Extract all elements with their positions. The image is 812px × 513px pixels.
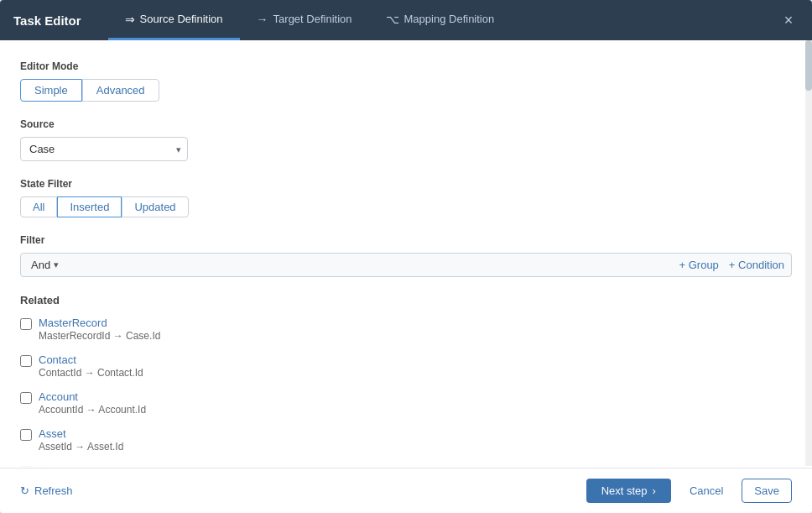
next-step-arrow-icon: › (653, 484, 656, 497)
list-item: Parent ParentId → Case.Id (20, 464, 792, 468)
modal-footer: ↻ Refresh Next step › Cancel Save (0, 468, 812, 513)
next-step-label: Next step (601, 484, 648, 497)
editor-mode-label: Editor Mode (20, 60, 792, 72)
source-label: Source (20, 118, 792, 130)
scrollbar-track[interactable] (805, 40, 812, 466)
related-title: Related (20, 294, 792, 306)
account-checkbox[interactable] (20, 392, 32, 404)
tab-target-definition[interactable]: → Target Definition (240, 0, 369, 40)
modal-body: Editor Mode Simple Advanced Source Case … (0, 40, 812, 468)
next-step-button[interactable]: Next step › (586, 479, 671, 503)
save-button[interactable]: Save (742, 479, 792, 503)
state-inserted-button[interactable]: Inserted (57, 196, 122, 217)
footer-right: Next step › Cancel Save (586, 479, 792, 503)
list-item: MasterRecord MasterRecordId → Case.Id (20, 317, 792, 342)
asset-name: Asset (39, 427, 123, 440)
filter-section: Filter And ▾ + Group + Condition (20, 234, 792, 277)
scrollbar-thumb[interactable] (805, 40, 812, 91)
filter-operator[interactable]: And ▾ (28, 257, 62, 273)
state-updated-button[interactable]: Updated (122, 196, 188, 217)
tab-source-definition[interactable]: ⇒ Source Definition (108, 0, 240, 40)
modal-header: Task Editor ⇒ Source Definition → Target… (0, 0, 812, 40)
mapping-definition-icon: ⌥ (386, 13, 399, 26)
master-record-id: MasterRecordId → Case.Id (39, 330, 160, 342)
modal-title: Task Editor (13, 13, 81, 28)
tab-target-definition-label: Target Definition (273, 13, 352, 25)
header-tabs: ⇒ Source Definition → Target Definition … (108, 0, 778, 40)
list-item: Asset AssetId → Asset.Id (20, 427, 792, 453)
list-item: Account AccountId → Account.Id (20, 390, 792, 416)
contact-name: Contact (39, 353, 143, 366)
filter-label: Filter (20, 234, 792, 246)
filter-actions: + Group + Condition (679, 259, 784, 271)
related-section: Related MasterRecord MasterRecordId → Ca… (20, 294, 792, 468)
task-editor-modal: Task Editor ⇒ Source Definition → Target… (0, 0, 812, 513)
tab-mapping-definition[interactable]: ⌥ Mapping Definition (369, 0, 512, 40)
source-select[interactable]: Case Contact Account Lead (20, 137, 188, 161)
account-id: AccountId → Account.Id (39, 404, 146, 416)
refresh-icon: ↻ (20, 484, 29, 497)
refresh-label: Refresh (34, 484, 73, 497)
cancel-button[interactable]: Cancel (679, 479, 733, 502)
state-all-button[interactable]: All (20, 196, 57, 217)
source-section: Source Case Contact Account Lead ▾ (20, 118, 792, 161)
contact-checkbox[interactable] (20, 355, 32, 367)
editor-mode-group: Simple Advanced (20, 79, 792, 102)
source-definition-icon: ⇒ (125, 13, 135, 26)
tab-source-definition-label: Source Definition (140, 13, 223, 25)
simple-mode-button[interactable]: Simple (20, 79, 82, 102)
master-record-name: MasterRecord (39, 317, 160, 329)
master-record-checkbox[interactable] (20, 318, 32, 330)
account-name: Account (39, 390, 146, 403)
refresh-button[interactable]: ↻ Refresh (20, 484, 73, 497)
target-definition-icon: → (257, 13, 268, 26)
filter-row: And ▾ + Group + Condition (20, 253, 792, 277)
parent-name: Parent (39, 464, 127, 468)
asset-checkbox[interactable] (20, 429, 32, 441)
add-condition-button[interactable]: + Condition (729, 259, 784, 271)
advanced-mode-button[interactable]: Advanced (82, 79, 159, 102)
filter-operator-arrow: ▾ (54, 259, 59, 270)
filter-operator-text: And (31, 259, 50, 271)
state-filter-section: State Filter All Inserted Updated (20, 178, 792, 217)
add-group-button[interactable]: + Group (679, 259, 719, 271)
asset-id: AssetId → Asset.Id (39, 441, 123, 453)
close-button[interactable]: × (778, 10, 799, 30)
tab-mapping-definition-label: Mapping Definition (404, 13, 495, 25)
source-select-wrapper: Case Contact Account Lead ▾ (20, 137, 188, 161)
list-item: Contact ContactId → Contact.Id (20, 353, 792, 379)
state-filter-group: All Inserted Updated (20, 196, 792, 217)
parent-checkbox[interactable] (20, 466, 32, 468)
state-filter-label: State Filter (20, 178, 792, 190)
contact-id: ContactId → Contact.Id (39, 367, 143, 379)
